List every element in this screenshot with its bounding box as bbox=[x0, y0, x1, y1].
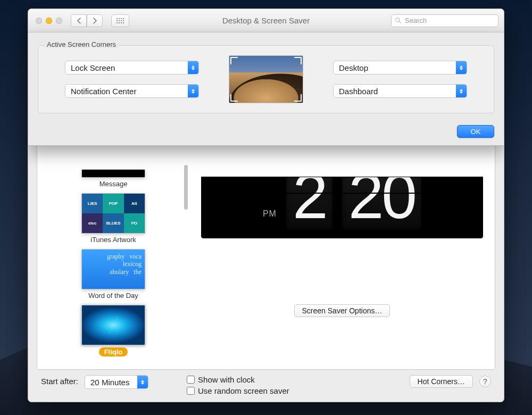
show-with-clock-checkbox[interactable]: Show with clock bbox=[187, 375, 289, 384]
help-button[interactable]: ? bbox=[479, 376, 491, 387]
checkbox-input[interactable] bbox=[187, 376, 195, 384]
corner-indicator-icon bbox=[230, 94, 238, 102]
minimize-button[interactable] bbox=[46, 18, 52, 24]
search-icon bbox=[395, 17, 402, 24]
bottom-right-corner-select[interactable]: Dashboard bbox=[333, 84, 467, 98]
minute-flip: 20 bbox=[342, 177, 421, 230]
corner-indicator-icon bbox=[230, 57, 238, 64]
group-title: Active Screen Corners bbox=[45, 40, 118, 48]
list-item-label: Word of the Day bbox=[88, 292, 138, 300]
forward-button[interactable] bbox=[87, 14, 103, 27]
fliqlo-thumb bbox=[81, 305, 145, 345]
bottom-left-corner-select[interactable]: Notification Center bbox=[65, 84, 199, 98]
search-field[interactable]: Search bbox=[391, 14, 498, 27]
ampm-label: PM bbox=[263, 209, 277, 219]
select-arrows-icon bbox=[456, 85, 467, 97]
hot-corners-sheet: Active Screen Corners Lock Screen Notifi… bbox=[28, 32, 504, 146]
list-item[interactable]: Fliqlo bbox=[81, 305, 145, 356]
traffic-lights bbox=[36, 18, 62, 24]
checkbox-input[interactable] bbox=[187, 387, 195, 395]
message-thumb bbox=[81, 169, 145, 178]
select-arrows-icon bbox=[188, 85, 198, 97]
top-left-corner-select[interactable]: Lock Screen bbox=[65, 61, 199, 74]
list-item-label: iTunes Artwork bbox=[90, 236, 136, 244]
list-item[interactable]: Message bbox=[81, 178, 145, 188]
back-button[interactable] bbox=[71, 14, 87, 27]
list-item-label: Message bbox=[99, 180, 128, 188]
select-arrows-icon bbox=[456, 61, 467, 74]
footer-bar: Start after: 20 Minutes Show with clock … bbox=[37, 370, 495, 394]
select-arrows-icon bbox=[188, 61, 198, 74]
hour-flip: 2 bbox=[286, 177, 332, 230]
show-all-button[interactable] bbox=[111, 14, 129, 27]
hot-corners-button[interactable]: Hot Corners… bbox=[410, 375, 473, 388]
top-right-corner-select[interactable]: Desktop bbox=[333, 61, 467, 74]
preferences-window: Desktop & Screen Saver Search Message LI… bbox=[28, 9, 504, 402]
start-after-select[interactable]: 20 Minutes bbox=[85, 375, 148, 389]
desktop-preview-thumb bbox=[229, 55, 303, 103]
corner-indicator-icon bbox=[294, 94, 302, 102]
list-item[interactable]: LIESPOPAltelecBLUESPO iTunes Artwork bbox=[81, 193, 145, 244]
chevron-left-icon bbox=[77, 18, 81, 24]
screensaver-preview: PM 2 20 bbox=[201, 177, 483, 238]
ok-button[interactable]: OK bbox=[457, 125, 494, 138]
grid-icon bbox=[117, 18, 124, 23]
chevron-right-icon bbox=[93, 18, 97, 24]
scrollbar-thumb[interactable] bbox=[184, 165, 188, 210]
screensaver-options-button[interactable]: Screen Saver Options… bbox=[294, 304, 390, 317]
list-item-label: Fliqlo bbox=[99, 347, 128, 356]
zoom-button[interactable] bbox=[56, 18, 62, 24]
itunes-artwork-thumb: LIESPOPAltelecBLUESPO bbox=[81, 193, 145, 234]
window-title: Desktop & Screen Saver bbox=[222, 16, 310, 25]
search-placeholder: Search bbox=[405, 16, 427, 24]
corner-indicator-icon bbox=[294, 57, 302, 64]
close-button[interactable] bbox=[36, 18, 42, 24]
svg-line-1 bbox=[399, 21, 401, 23]
select-arrows-icon bbox=[137, 376, 148, 388]
word-of-the-day-thumb: graphy voca lexicog abulary the bbox=[81, 249, 145, 289]
window-toolbar: Desktop & Screen Saver Search bbox=[28, 9, 504, 32]
list-item[interactable]: graphy voca lexicog abulary the Word of … bbox=[81, 249, 145, 300]
use-random-checkbox[interactable]: Use random screen saver bbox=[187, 386, 289, 395]
start-after-label: Start after: bbox=[41, 377, 78, 386]
